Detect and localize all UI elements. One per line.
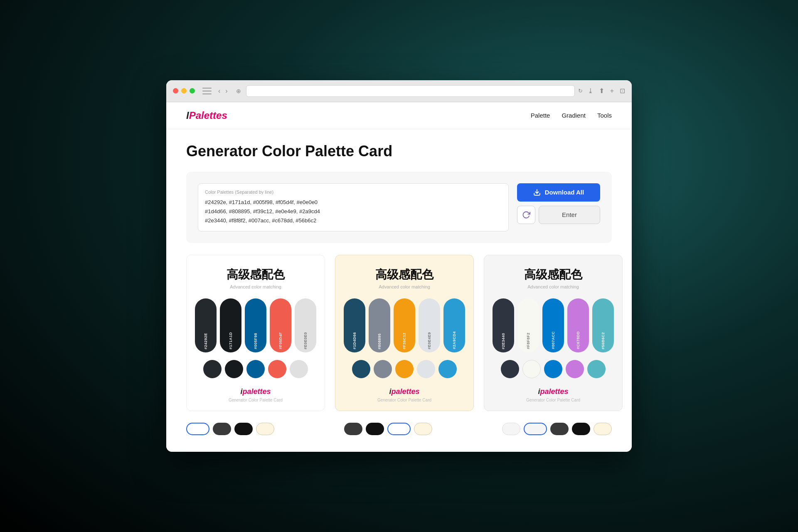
swatch-1-2: #171A1D — [220, 298, 241, 352]
card-2-sel-black[interactable] — [366, 423, 384, 435]
swatch-1-4: #F05D4F — [270, 298, 291, 352]
logo-palettes: Palettes — [189, 110, 227, 121]
nav-gradient[interactable]: Gradient — [562, 112, 586, 119]
circle-2-1 — [352, 360, 370, 378]
circle-3-3 — [544, 360, 562, 378]
title-bar: ‹ › ⊕ ↻ ⤓ ⬆ + ⊡ — [166, 80, 632, 102]
circle-2-3 — [395, 360, 414, 378]
card-3-sel-black[interactable] — [572, 423, 590, 435]
btn-enter-row: Enter — [517, 206, 600, 224]
card-1-logo: ipalettes — [240, 387, 271, 396]
swatch-3-1: #2E3440 — [493, 298, 514, 352]
forward-button[interactable]: › — [224, 86, 229, 96]
card-3-sel-cream[interactable] — [594, 423, 612, 435]
card-3-title-zh: 高级感配色 — [524, 267, 582, 283]
card-3-subtitle: Generator Color Palette Card — [526, 398, 580, 402]
page-title: Generator Color Palette Card — [186, 143, 612, 160]
circle-3-5 — [587, 360, 606, 378]
circle-3-2 — [522, 360, 541, 378]
circle-3-1 — [501, 360, 519, 378]
card-1-selectors — [186, 423, 274, 435]
sidebar-toggle-button[interactable] — [202, 88, 212, 94]
card-1-sel-black[interactable] — [234, 423, 253, 435]
download-icon[interactable]: ⤓ — [588, 87, 593, 95]
swatch-3-2: #F8F8F2 — [517, 298, 539, 352]
site-nav: Palette Gradient Tools — [531, 112, 612, 119]
swatch-3-5: #56B6C2 — [592, 298, 614, 352]
privacy-icon: ⊕ — [234, 87, 243, 95]
swatch-3-3: #007ACC — [542, 298, 564, 352]
reload-icon[interactable]: ↻ — [578, 88, 583, 94]
refresh-button[interactable] — [517, 206, 535, 224]
main-content: Generator Color Palette Card Color Palet… — [166, 129, 632, 452]
traffic-lights — [173, 88, 195, 94]
card-2-sel-cream[interactable] — [414, 423, 432, 435]
card-2-sel-dark[interactable] — [344, 423, 362, 435]
card-3-circles — [501, 360, 606, 378]
nav-tools[interactable]: Tools — [597, 112, 612, 119]
card-1-subtitle: Generator Color Palette Card — [229, 398, 283, 402]
card-1-sel-cream[interactable] — [256, 423, 274, 435]
address-bar[interactable] — [246, 85, 575, 97]
card-3-title-en: Advanced color matching — [527, 284, 579, 289]
logo-i: I — [186, 110, 189, 121]
minimize-button[interactable] — [181, 88, 187, 94]
palette-input-area[interactable]: Color Palettes (Separated by line) #2429… — [198, 183, 509, 232]
address-bar-wrap: ⊕ ↻ — [234, 85, 583, 97]
circle-2-5 — [438, 360, 457, 378]
refresh-icon — [522, 211, 530, 219]
card-1-title-zh: 高级感配色 — [227, 267, 285, 283]
swatch-2-2: #808895 — [369, 298, 390, 352]
card-3-sel-light[interactable] — [502, 423, 520, 435]
swatch-1-3: #005F98 — [245, 298, 266, 352]
cards-row: 高级感配色 Advanced color matching #24292E #1… — [186, 255, 612, 411]
circle-1-5 — [290, 360, 308, 378]
bottom-selectors — [186, 419, 612, 438]
nav-arrows: ‹ › — [217, 86, 229, 96]
card-2-title-en: Advanced color matching — [379, 284, 430, 289]
circle-2-4 — [417, 360, 435, 378]
download-all-icon — [533, 189, 541, 196]
card-3-swatches: #2E3440 #F8F8F2 #007ACC #C678DD #56B6C2 — [493, 298, 614, 352]
swatch-2-5: #2A9CD4 — [443, 298, 465, 352]
card-1-sel-dark[interactable] — [213, 423, 231, 435]
swatch-2-3: #F39C12 — [394, 298, 415, 352]
circle-2-2 — [374, 360, 392, 378]
generator-actions: Download All Enter — [517, 183, 600, 224]
card-2-selectors — [344, 423, 432, 435]
circle-1-1 — [203, 360, 222, 378]
swatch-1-1: #24292E — [195, 298, 217, 352]
circle-3-4 — [566, 360, 584, 378]
toolbar-right: ⤓ ⬆ + ⊡ — [588, 87, 625, 95]
back-button[interactable]: ‹ — [217, 86, 222, 96]
palette-card-2: 高级感配色 Advanced color matching #1D4D66 #8… — [335, 255, 474, 411]
new-tab-icon[interactable]: + — [610, 87, 614, 95]
nav-palette[interactable]: Palette — [531, 112, 550, 119]
card-3-logo: ipalettes — [538, 387, 568, 396]
palette-input-label: Color Palettes (Separated by line) — [205, 190, 502, 195]
card-1-title-en: Advanced color matching — [230, 284, 281, 289]
browser-window: ‹ › ⊕ ↻ ⤓ ⬆ + ⊡ IPalettes Palette Gradie… — [166, 80, 632, 452]
card-2-sel-white-active[interactable] — [387, 423, 411, 435]
circle-1-2 — [225, 360, 243, 378]
generator-section: Color Palettes (Separated by line) #2429… — [186, 172, 612, 243]
card-2-swatches: #1D4D66 #808895 #F39C12 #E0E4E9 #2A9CD4 — [344, 298, 465, 352]
tabs-icon[interactable]: ⊡ — [620, 87, 625, 95]
card-1-swatches: #24292E #171A1D #005F98 #F05D4F #E0E0E0 — [195, 298, 316, 352]
card-3-sel-dark[interactable] — [550, 423, 569, 435]
card-3-sel-white-active[interactable] — [524, 423, 547, 435]
page-content: IPalettes Palette Gradient Tools Generat… — [166, 102, 632, 452]
download-all-button[interactable]: Download All — [517, 183, 600, 202]
logo: IPalettes — [186, 110, 227, 121]
maximize-button[interactable] — [190, 88, 195, 94]
swatch-1-5: #E0E0E0 — [295, 298, 316, 352]
close-button[interactable] — [173, 88, 178, 94]
enter-button[interactable]: Enter — [539, 206, 600, 224]
share-icon[interactable]: ⬆ — [599, 87, 604, 95]
palette-input-text: #24292e, #171a1d, #005f98, #f05d4f, #e0e… — [205, 198, 502, 225]
site-header: IPalettes Palette Gradient Tools — [166, 102, 632, 129]
swatch-2-4: #E0E4E9 — [419, 298, 440, 352]
circle-1-3 — [246, 360, 265, 378]
card-2-title-zh: 高级感配色 — [375, 267, 433, 283]
card-1-sel-white[interactable] — [186, 423, 209, 435]
